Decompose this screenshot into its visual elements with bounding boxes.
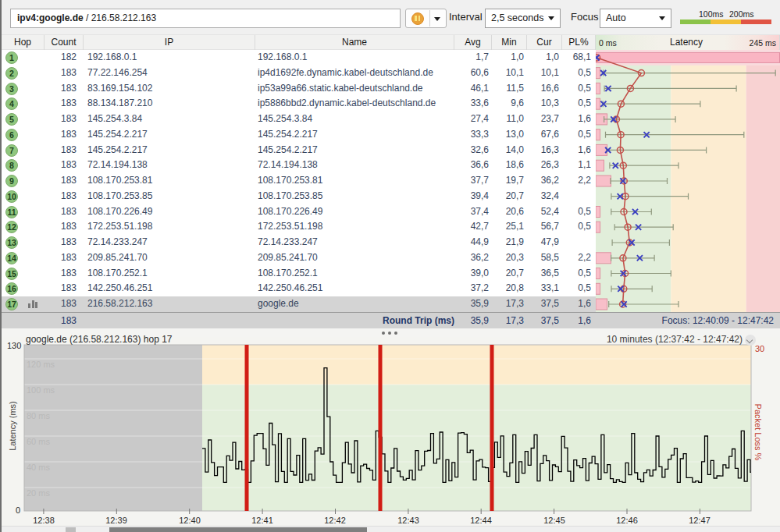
svg-text:60 ms: 60 ms [27,437,50,446]
svg-text:20 ms: 20 ms [27,488,50,498]
svg-text:120 ms: 120 ms [27,360,55,369]
svg-text:40 ms: 40 ms [27,463,50,472]
svg-text:80 ms: 80 ms [27,411,50,420]
svg-text:100 ms: 100 ms [27,385,55,395]
